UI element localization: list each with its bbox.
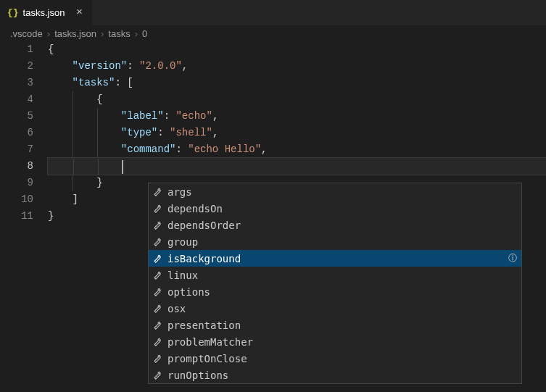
chevron-right-icon: › (101, 28, 104, 39)
breadcrumb-part[interactable]: 0 (142, 28, 147, 39)
info-icon[interactable]: ⓘ (507, 253, 518, 264)
wrench-icon (152, 186, 163, 198)
wrench-icon (152, 270, 163, 281)
suggest-label: promptOnClose (167, 353, 518, 364)
tab-label: tasks.json (23, 7, 65, 18)
suggest-item[interactable]: isBackgroundⓘ (149, 250, 521, 267)
line-number: 11 (0, 208, 33, 225)
line-number: 1 (0, 41, 33, 58)
suggest-label: linux (167, 270, 518, 281)
svg-point-3 (159, 239, 160, 241)
suggest-label: args (167, 186, 518, 198)
breadcrumb-part[interactable]: tasks.json (54, 28, 96, 39)
line-number: 7 (0, 141, 33, 158)
breadcrumb[interactable]: .vscode › tasks.json › tasks › 0 (0, 25, 546, 41)
suggest-label: dependsOn (167, 203, 518, 214)
suggest-item[interactable]: args (149, 183, 521, 200)
suggest-label: osx (167, 303, 518, 314)
wrench-icon (152, 253, 163, 264)
line-number: 10 (0, 191, 33, 208)
line-number: 3 (0, 75, 33, 91)
line-number: 9 (0, 175, 33, 191)
line-number: 6 (0, 125, 33, 141)
suggest-item[interactable]: options (149, 283, 521, 300)
svg-point-9 (159, 339, 160, 341)
svg-point-1 (159, 206, 160, 207)
suggest-item[interactable]: runOptions (149, 367, 521, 383)
svg-point-2 (159, 222, 160, 224)
suggest-item[interactable]: dependsOn (149, 200, 521, 217)
wrench-icon (152, 336, 163, 348)
svg-point-6 (159, 289, 160, 291)
suggest-item[interactable]: promptOnClose (149, 350, 521, 367)
line-gutter: 1234567891011 (0, 41, 48, 225)
suggest-label: group (167, 236, 518, 248)
line-number: 5 (0, 108, 33, 125)
breadcrumb-part[interactable]: tasks (108, 28, 130, 39)
tab-bar: {} tasks.json × (0, 0, 546, 25)
suggest-item[interactable]: group (149, 233, 521, 250)
close-icon[interactable]: × (73, 7, 85, 19)
line-number: 2 (0, 58, 33, 75)
text-cursor (122, 160, 123, 174)
line-number: 8 (0, 158, 33, 175)
wrench-icon (152, 370, 163, 381)
suggest-label: presentation (167, 320, 518, 331)
suggest-item[interactable]: dependsOrder (149, 217, 521, 233)
suggest-label: dependsOrder (167, 220, 518, 231)
suggest-item[interactable]: presentation (149, 317, 521, 333)
suggest-item[interactable]: linux (149, 267, 521, 283)
active-line[interactable] (48, 158, 546, 175)
svg-point-7 (159, 306, 160, 307)
suggest-item[interactable]: problemMatcher (149, 333, 521, 350)
suggest-label: options (167, 286, 518, 298)
wrench-icon (152, 303, 163, 314)
svg-point-11 (159, 372, 160, 374)
json-file-icon: {} (7, 7, 19, 18)
suggest-item[interactable]: osx (149, 300, 521, 317)
suggest-label: isBackground (167, 253, 502, 264)
breadcrumb-part[interactable]: .vscode (10, 28, 43, 39)
svg-point-10 (159, 356, 160, 357)
suggest-label: problemMatcher (167, 336, 518, 348)
wrench-icon (152, 286, 163, 298)
editor-tab[interactable]: {} tasks.json × (0, 0, 93, 25)
wrench-icon (152, 220, 163, 231)
wrench-icon (152, 320, 163, 331)
line-number: 4 (0, 91, 33, 108)
chevron-right-icon: › (47, 28, 50, 39)
wrench-icon (152, 203, 163, 214)
wrench-icon (152, 353, 163, 364)
suggest-label: runOptions (167, 370, 518, 381)
wrench-icon (152, 236, 163, 248)
svg-point-0 (159, 189, 160, 191)
svg-point-8 (159, 322, 160, 324)
svg-point-5 (159, 272, 160, 274)
suggest-widget[interactable]: argsdependsOndependsOrdergroupisBackgrou… (148, 183, 522, 384)
svg-point-4 (159, 256, 160, 257)
chevron-right-icon: › (135, 28, 138, 39)
